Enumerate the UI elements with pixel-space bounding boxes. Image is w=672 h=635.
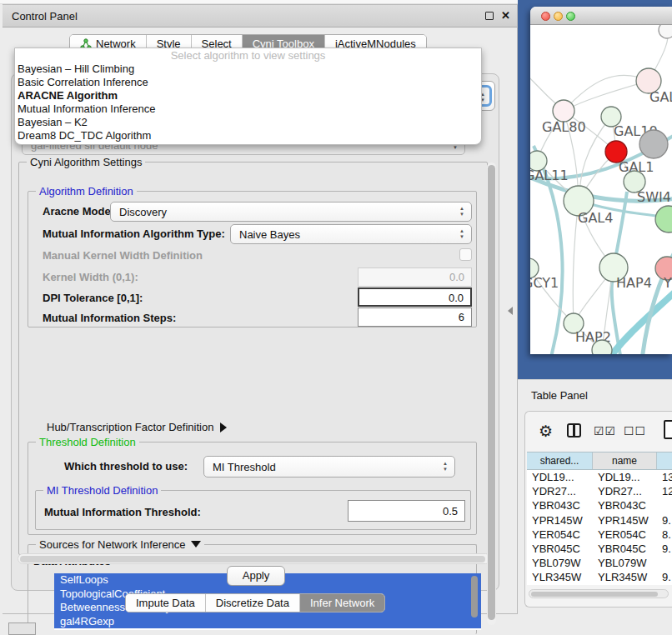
network-window-titlebar bbox=[530, 7, 672, 25]
table-cell: YBL079W bbox=[527, 556, 593, 570]
tab-discretize-data[interactable]: Discretize Data bbox=[206, 594, 300, 612]
tab-infer-network[interactable]: Infer Network bbox=[300, 594, 384, 612]
float-icon[interactable] bbox=[485, 12, 494, 20]
table-row[interactable]: YDR27...YDR27...12 bbox=[527, 484, 672, 498]
mi-threshold-field[interactable]: 0.5 bbox=[348, 500, 465, 522]
dpi-tolerance-field[interactable]: 0.0 bbox=[358, 288, 472, 307]
mi-threshold-group: MI Threshold Definition Mutual Informati… bbox=[35, 490, 471, 530]
network-node[interactable] bbox=[655, 206, 672, 232]
scrollbar-thumb[interactable] bbox=[488, 165, 495, 620]
table-row[interactable]: YPR145WYPR145W9. bbox=[527, 513, 672, 528]
table-header-row: shared... name bbox=[527, 452, 672, 470]
table-cell: YLR345W bbox=[527, 570, 593, 584]
apply-button[interactable]: Apply bbox=[227, 566, 285, 586]
network-node[interactable] bbox=[659, 25, 672, 38]
dropdown-item[interactable]: Mutual Information Inference bbox=[15, 102, 481, 116]
algorithm-definition-group: Algorithm Definition Aracne Mode: Discov… bbox=[28, 191, 477, 328]
table-row[interactable]: YER054CYER054C8. bbox=[527, 528, 672, 542]
kernel-width-label: Kernel Width (0,1): bbox=[43, 271, 138, 283]
attribute-list-item[interactable]: gal4RGexp bbox=[54, 615, 481, 629]
application-root: Control Panel ✕ Network Style Select Cyn… bbox=[0, 0, 672, 635]
table-horizontal-scrollbar[interactable] bbox=[529, 589, 669, 598]
scrollbar-thumb[interactable] bbox=[20, 556, 485, 562]
which-threshold-combo[interactable]: MI Threshold ▲▼ bbox=[203, 456, 455, 478]
table-cell: 9. bbox=[657, 513, 672, 528]
manual-kernel-checkbox[interactable] bbox=[459, 248, 472, 261]
mi-steps-field[interactable]: 6 bbox=[358, 308, 472, 327]
checked-boxes-icon[interactable]: ☑☑ bbox=[594, 424, 616, 438]
table-cell: YPR145W bbox=[527, 513, 593, 528]
node-label: HAP4 bbox=[616, 275, 652, 291]
cyni-algorithm-settings-group: Cyni Algorithm Settings Algorithm Defini… bbox=[18, 162, 488, 555]
dropdown-item[interactable]: ARACNE Algorithm bbox=[15, 89, 481, 102]
minimize-traffic-light-icon[interactable] bbox=[554, 12, 563, 21]
gear-icon[interactable]: ⚙ bbox=[539, 422, 553, 441]
panel-collapse-arrow-icon[interactable] bbox=[508, 307, 513, 315]
column-header-partial[interactable] bbox=[657, 452, 672, 469]
table-toolbar: ⚙ ☑☑ ☐☐ bbox=[525, 418, 672, 447]
dropdown-placeholder: Select algorithm to view settings bbox=[15, 48, 481, 62]
partial-bottom-button[interactable] bbox=[8, 622, 36, 635]
close-traffic-light-icon[interactable] bbox=[541, 12, 550, 21]
mi-type-value: Naive Bayes bbox=[239, 228, 300, 241]
hub-definition-expander[interactable]: Hub/Transcription Factor Definition bbox=[47, 421, 227, 433]
mi-type-combo[interactable]: Naive Bayes ▲▼ bbox=[230, 224, 472, 244]
table-row[interactable]: YLR345WYLR345W9. bbox=[527, 570, 672, 584]
cyni-mode-tabbar: Impute Data Discretize Data Infer Networ… bbox=[125, 593, 385, 612]
column-header-shared-name[interactable]: shared... bbox=[527, 452, 593, 469]
dropdown-item[interactable]: Bayesian – Hill Climbing bbox=[15, 62, 481, 76]
table-row[interactable]: YBR043CYBR043C bbox=[527, 498, 672, 512]
network-node[interactable] bbox=[639, 130, 668, 158]
table-cell: 9. bbox=[657, 570, 672, 584]
dropdown-item[interactable]: Bayesian – K2 bbox=[15, 116, 481, 129]
table-row[interactable]: YDL19...YDL19...13 bbox=[527, 470, 672, 484]
threshold-definition-title: Threshold Definition bbox=[36, 436, 139, 448]
expander-right-icon bbox=[220, 422, 227, 432]
node-label: GAL80 bbox=[542, 119, 586, 135]
mi-steps-label: Mutual Information Steps: bbox=[43, 312, 176, 324]
columns-icon[interactable] bbox=[567, 423, 581, 438]
dpi-tolerance-label: DPI Tolerance [0,1]: bbox=[43, 292, 143, 304]
settings-horizontal-scrollbar[interactable] bbox=[18, 553, 491, 564]
settings-vertical-scrollbar[interactable] bbox=[487, 162, 496, 625]
node-label: Y bbox=[663, 275, 672, 291]
table-cell: YBL079W bbox=[593, 556, 657, 570]
scrollbar-thumb[interactable] bbox=[531, 592, 658, 598]
spinner-arrows-icon: ▲▼ bbox=[459, 228, 465, 242]
network-node[interactable] bbox=[592, 340, 612, 354]
sources-title[interactable]: Sources for Network Inference bbox=[36, 538, 204, 551]
network-canvas[interactable]: GALGAL80GAL10GAL1GAL11SWI4GAL4GCY1HAP4YH… bbox=[530, 25, 672, 354]
aracne-mode-combo[interactable]: Discovery ▲▼ bbox=[110, 202, 472, 222]
table-row[interactable]: YIL052CYIL052C9 bbox=[527, 585, 672, 586]
list-scrollbar[interactable] bbox=[471, 576, 478, 618]
aracne-mode-label: Aracne Mode: bbox=[43, 205, 114, 218]
table-cell: YER054C bbox=[593, 528, 657, 542]
kernel-width-field[interactable]: 0.0 bbox=[358, 268, 472, 287]
table-cell: 12 bbox=[657, 484, 672, 498]
tab-impute-data[interactable]: Impute Data bbox=[126, 594, 206, 612]
node-table: shared... name YDL19...YDL19...13YDR27..… bbox=[527, 452, 672, 585]
unchecked-boxes-icon[interactable]: ☐☐ bbox=[624, 424, 646, 438]
cyni-algorithm-settings-title: Cyni Algorithm Settings bbox=[27, 156, 145, 168]
dropdown-item[interactable]: Basic Correlation Inference bbox=[15, 76, 481, 89]
table-cell: YBR043C bbox=[527, 498, 593, 512]
manual-kernel-label: Manual Kernel Width Definition bbox=[43, 249, 203, 262]
node-label: GAL bbox=[649, 89, 672, 105]
table-cell: 9. bbox=[657, 542, 672, 556]
column-header-name[interactable]: name bbox=[593, 452, 657, 469]
document-icon[interactable] bbox=[664, 420, 672, 439]
node-label: GAL11 bbox=[530, 168, 569, 183]
zoom-traffic-light-icon[interactable] bbox=[566, 12, 575, 21]
spinner-arrows-icon: ▲▼ bbox=[459, 206, 465, 219]
mi-threshold-title: MI Threshold Definition bbox=[43, 484, 161, 497]
table-cell: YIL052C bbox=[527, 585, 593, 586]
dropdown-item[interactable]: Dream8 DC_TDC Algorithm bbox=[15, 129, 481, 142]
table-row[interactable]: YBL079WYBL079W bbox=[527, 556, 672, 570]
which-threshold-value: MI Threshold bbox=[213, 461, 276, 473]
close-icon[interactable]: ✕ bbox=[501, 9, 510, 22]
table-cell bbox=[657, 498, 672, 512]
table-row[interactable]: YBR045CYBR045C9. bbox=[527, 542, 672, 556]
network-graph: GALGAL80GAL10GAL1GAL11SWI4GAL4GCY1HAP4YH… bbox=[530, 25, 672, 354]
algorithm-dropdown-list: Select algorithm to view settings Bayesi… bbox=[14, 48, 482, 145]
table-cell: YER054C bbox=[527, 528, 593, 542]
